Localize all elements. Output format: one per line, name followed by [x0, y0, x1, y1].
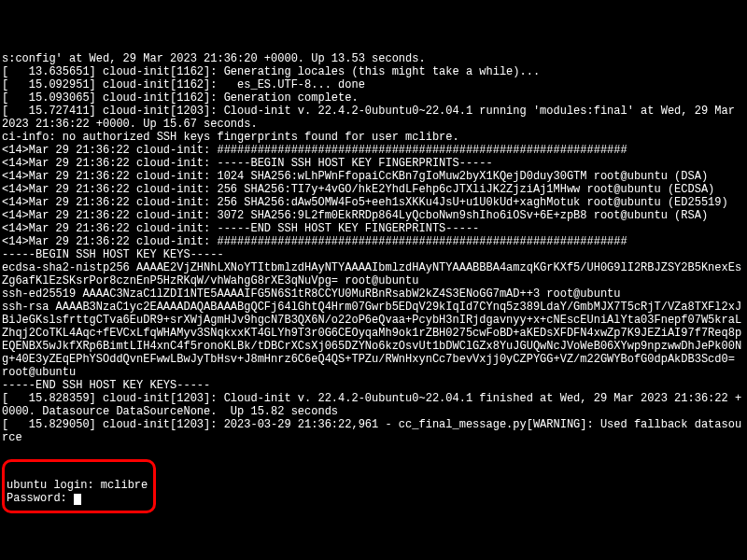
log-line: [ 15.828359] cloud-init[1203]: Cloud-ini…	[2, 392, 745, 418]
log-line: <14>Mar 29 21:36:22 cloud-init: ########…	[2, 144, 745, 157]
login-section-highlight: ubuntu login: mclibre Password:	[2, 459, 156, 513]
log-line: <14>Mar 29 21:36:22 cloud-init: -----END…	[2, 222, 745, 235]
log-line: <14>Mar 29 21:36:22 cloud-init: 256 SHA2…	[2, 196, 745, 209]
password-prompt-label: Password:	[7, 492, 74, 505]
log-line: ecdsa-sha2-nistp256 AAAAE2VjZHNhLXNoYTIt…	[2, 261, 745, 287]
login-username[interactable]: mclibre	[101, 479, 148, 492]
log-line: -----END SSH HOST KEY KEYS-----	[2, 379, 745, 392]
log-line: [ 15.829050] cloud-init[1203]: 2023-03-2…	[2, 418, 745, 444]
log-line: [ 13.635651] cloud-init[1162]: Generatin…	[2, 65, 745, 78]
boot-log: s:config' at Wed, 29 Mar 2023 21:36:20 +…	[2, 52, 745, 444]
text-cursor	[74, 494, 81, 505]
log-line: <14>Mar 29 21:36:22 cloud-init: 3072 SHA…	[2, 209, 745, 222]
login-prompt-label: ubuntu login:	[7, 479, 101, 492]
log-line: [ 15.093065] cloud-init[1162]: Generatio…	[2, 91, 745, 105]
log-line: <14>Mar 29 21:36:22 cloud-init: -----BEG…	[2, 157, 745, 170]
log-line: ci-info: no authorized SSH keys fingerpr…	[2, 131, 745, 144]
log-line: [ 15.727411] cloud-init[1203]: Cloud-ini…	[2, 105, 745, 131]
log-line: ssh-rsa AAAAB3NzaC1yc2EAAAADAQABAAABgQCF…	[2, 301, 745, 379]
log-line: <14>Mar 29 21:36:22 cloud-init: ########…	[2, 235, 745, 248]
log-line: <14>Mar 29 21:36:22 cloud-init: 1024 SHA…	[2, 170, 745, 183]
log-line: s:config' at Wed, 29 Mar 2023 21:36:20 +…	[2, 52, 745, 65]
log-line: [ 15.092951] cloud-init[1162]: es_ES.UTF…	[2, 78, 745, 91]
log-line: <14>Mar 29 21:36:22 cloud-init: 256 SHA2…	[2, 183, 745, 196]
log-line: -----BEGIN SSH HOST KEY KEYS-----	[2, 248, 745, 261]
log-line: ssh-ed25519 AAAAC3NzaC1lZDI1NTE5AAAAIFG5…	[2, 287, 745, 301]
